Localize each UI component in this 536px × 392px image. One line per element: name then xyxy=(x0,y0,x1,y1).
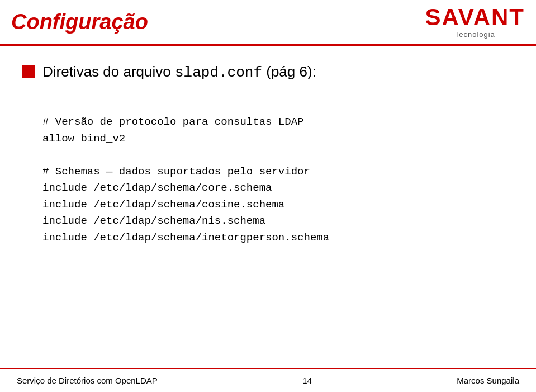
code-line-5: include /etc/ldap/schema/cosine.schema xyxy=(42,197,514,213)
logo-savant: SAVANT xyxy=(425,6,525,29)
code-line-empty-2 xyxy=(42,147,514,163)
code-line-4: include /etc/ldap/schema/core.schema xyxy=(42,180,514,196)
heading-suffix: (pág 6): xyxy=(262,63,316,80)
logo-area: SAVANT Tecnologia xyxy=(425,6,525,39)
page-title: Configuração xyxy=(11,10,148,34)
code-line-7: include /etc/ldap/schema/inetorgperson.s… xyxy=(42,230,514,246)
heading-text: Diretivas do arquivo slapd.conf (pág 6): xyxy=(42,63,316,81)
heading-mono: slapd.conf xyxy=(175,64,262,81)
bullet-square-icon xyxy=(22,65,35,78)
code-line-2: allow bind_v2 xyxy=(42,131,514,147)
main-content: Diretivas do arquivo slapd.conf (pág 6):… xyxy=(0,46,536,368)
header: Configuração SAVANT Tecnologia xyxy=(0,0,536,46)
footer-left: Serviço de Diretórios com OpenLDAP xyxy=(17,376,158,385)
footer-right: Marcos Sungaila xyxy=(457,376,519,385)
code-block: # Versão de protocolo para consultas LDA… xyxy=(42,98,514,246)
heading-prefix: Diretivas do arquivo xyxy=(42,63,175,80)
code-line-3: # Schemas — dados suportados pelo servid… xyxy=(42,164,514,180)
code-line-empty-1 xyxy=(42,98,514,114)
footer: Serviço de Diretórios com OpenLDAP 14 Ma… xyxy=(0,368,536,392)
footer-page-number: 14 xyxy=(302,376,312,385)
code-line-6: include /etc/ldap/schema/nis.schema xyxy=(42,213,514,229)
code-line-1: # Versão de protocolo para consultas LDA… xyxy=(42,114,514,130)
bullet-heading: Diretivas do arquivo slapd.conf (pág 6): xyxy=(22,63,514,81)
logo-tecnologia: Tecnologia xyxy=(455,30,495,39)
